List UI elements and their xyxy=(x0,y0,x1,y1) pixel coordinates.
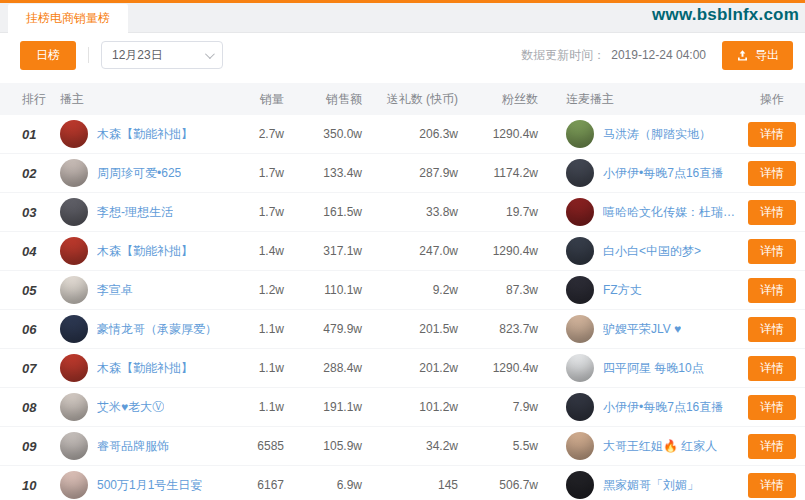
action-cell: 详情 xyxy=(739,317,805,342)
fans-cell: 506.7w xyxy=(474,478,554,492)
detail-button[interactable]: 详情 xyxy=(748,434,796,459)
detail-button[interactable]: 详情 xyxy=(748,161,796,186)
gifts-cell: 101.2w xyxy=(378,400,474,414)
gifts-cell: 287.9w xyxy=(378,166,474,180)
rank-cell: 07 xyxy=(0,361,60,376)
cohost-avatar[interactable] xyxy=(566,198,594,226)
cohost-name-link[interactable]: 小伊伊•每晚7点16直播 xyxy=(603,165,723,182)
streamer-avatar[interactable] xyxy=(60,393,88,421)
detail-button[interactable]: 详情 xyxy=(748,395,796,420)
sales-amount-cell: 110.1w xyxy=(300,283,378,297)
cohost-avatar[interactable] xyxy=(566,159,594,187)
cohost-cell: 白小白<中国的梦> xyxy=(554,237,739,265)
cohost-avatar[interactable] xyxy=(566,432,594,460)
cohost-avatar[interactable] xyxy=(566,393,594,421)
action-cell: 详情 xyxy=(739,434,805,459)
detail-button[interactable]: 详情 xyxy=(748,356,796,381)
sales-amount-cell: 288.4w xyxy=(300,361,378,375)
detail-button[interactable]: 详情 xyxy=(748,200,796,225)
detail-button[interactable]: 详情 xyxy=(748,278,796,303)
streamer-name-link[interactable]: 500万1月1号生日宴 xyxy=(97,477,202,494)
streamer-name-link[interactable]: 李宣卓 xyxy=(97,282,133,299)
rank-cell: 09 xyxy=(0,439,60,454)
rank-cell: 02 xyxy=(0,166,60,181)
streamer-cell: 李宣卓 xyxy=(60,276,235,304)
cohost-avatar[interactable] xyxy=(566,237,594,265)
cohost-avatar[interactable] xyxy=(566,315,594,343)
cohost-avatar[interactable] xyxy=(566,120,594,148)
fans-cell: 1290.4w xyxy=(474,361,554,375)
streamer-name-link[interactable]: 木森【勤能补拙】 xyxy=(97,126,193,143)
streamer-name-link[interactable]: 周周珍可爱•625 xyxy=(97,165,181,182)
streamer-avatar[interactable] xyxy=(60,120,88,148)
cohost-name-link[interactable]: 驴嫂平荣JLV ♥ xyxy=(603,321,681,338)
cohost-name-link[interactable]: FZ方丈 xyxy=(603,282,642,299)
cohost-name-link[interactable]: 马洪涛（脚踏实地） xyxy=(603,126,711,143)
table-body: 01 木森【勤能补拙】 2.7w 350.0w 206.3w 1290.4w 马… xyxy=(0,115,805,500)
streamer-name-link[interactable]: 睿哥品牌服饰 xyxy=(97,438,169,455)
export-label: 导出 xyxy=(755,47,779,64)
column-header: 销量 xyxy=(235,91,300,108)
daily-rank-button[interactable]: 日榜 xyxy=(20,41,76,70)
detail-button[interactable]: 详情 xyxy=(748,122,796,147)
fans-cell: 19.7w xyxy=(474,205,554,219)
cohost-avatar[interactable] xyxy=(566,354,594,382)
table-row: 10 500万1月1号生日宴 6167 6.9w 145 506.7w 黑家媚哥… xyxy=(0,466,805,500)
cohost-cell: 黑家媚哥「刘媚」 xyxy=(554,471,739,499)
streamer-cell: 木森【勤能补拙】 xyxy=(60,237,235,265)
cohost-name-link[interactable]: 大哥王红姐🔥 红家人 xyxy=(603,438,717,455)
table-row: 05 李宣卓 1.2w 110.1w 9.2w 87.3w FZ方丈 详情 xyxy=(0,271,805,310)
cohost-name-link[interactable]: 白小白<中国的梦> xyxy=(603,243,701,260)
page: 挂榜电商销量榜 www.bsblnfx.com 日榜 12月23日 数据更新时间… xyxy=(0,0,805,500)
table-row: 09 睿哥品牌服饰 6585 105.9w 34.2w 5.5w 大哥王红姐🔥 … xyxy=(0,427,805,466)
sales-cell: 1.1w xyxy=(235,322,300,336)
cohost-name-link[interactable]: 嘻哈哈文化传媒：杜瑞才！ xyxy=(603,204,739,221)
column-header: 送礼数 (快币) xyxy=(378,91,474,108)
table-row: 07 木森【勤能补拙】 1.1w 288.4w 201.2w 1290.4w 四… xyxy=(0,349,805,388)
gifts-cell: 145 xyxy=(378,478,474,492)
fans-cell: 87.3w xyxy=(474,283,554,297)
streamer-avatar[interactable] xyxy=(60,198,88,226)
streamer-avatar[interactable] xyxy=(60,159,88,187)
cohost-avatar[interactable] xyxy=(566,276,594,304)
streamer-name-link[interactable]: 李想-理想生活 xyxy=(97,204,173,221)
streamer-avatar[interactable] xyxy=(60,315,88,343)
export-button[interactable]: 导出 xyxy=(722,41,793,70)
update-time-value: 2019-12-24 04:00 xyxy=(611,48,706,62)
sales-amount-cell: 161.5w xyxy=(300,205,378,219)
fans-cell: 823.7w xyxy=(474,322,554,336)
cohost-name-link[interactable]: 小伊伊•每晚7点16直播 xyxy=(603,399,723,416)
sales-amount-cell: 479.9w xyxy=(300,322,378,336)
streamer-cell: 艾米♥老大Ⓥ xyxy=(60,393,235,421)
detail-button[interactable]: 详情 xyxy=(748,473,796,498)
sales-cell: 1.2w xyxy=(235,283,300,297)
streamer-avatar[interactable] xyxy=(60,432,88,460)
sales-amount-cell: 105.9w xyxy=(300,439,378,453)
detail-button[interactable]: 详情 xyxy=(748,317,796,342)
cohost-avatar[interactable] xyxy=(566,471,594,499)
streamer-avatar[interactable] xyxy=(60,237,88,265)
gifts-cell: 201.2w xyxy=(378,361,474,375)
streamer-avatar[interactable] xyxy=(60,276,88,304)
streamer-name-link[interactable]: 木森【勤能补拙】 xyxy=(97,243,193,260)
streamer-name-link[interactable]: 艾米♥老大Ⓥ xyxy=(97,399,164,416)
streamer-avatar[interactable] xyxy=(60,354,88,382)
date-select-value: 12月23日 xyxy=(112,47,163,64)
sales-amount-cell: 317.1w xyxy=(300,244,378,258)
rank-cell: 03 xyxy=(0,205,60,220)
table-row: 02 周周珍可爱•625 1.7w 133.4w 287.9w 1174.2w … xyxy=(0,154,805,193)
cohost-name-link[interactable]: 黑家媚哥「刘媚」 xyxy=(603,477,699,494)
cohost-cell: 嘻哈哈文化传媒：杜瑞才！ xyxy=(554,198,739,226)
tab-ecommerce-sales-ranking[interactable]: 挂榜电商销量榜 xyxy=(8,4,128,33)
detail-button[interactable]: 详情 xyxy=(748,239,796,264)
ranking-table: 排行播主销量销售额送礼数 (快币)粉丝数连麦播主操作 01 木森【勤能补拙】 2… xyxy=(0,77,805,500)
gifts-cell: 33.8w xyxy=(378,205,474,219)
table-row: 03 李想-理想生活 1.7w 161.5w 33.8w 19.7w 嘻哈哈文化… xyxy=(0,193,805,232)
streamer-name-link[interactable]: 豪情龙哥（承蒙厚爱） xyxy=(97,321,217,338)
streamer-name-link[interactable]: 木森【勤能补拙】 xyxy=(97,360,193,377)
gifts-cell: 206.3w xyxy=(378,127,474,141)
table-header-row: 排行播主销量销售额送礼数 (快币)粉丝数连麦播主操作 xyxy=(0,83,805,115)
cohost-name-link[interactable]: 四平阿星 每晚10点 xyxy=(603,360,704,377)
streamer-avatar[interactable] xyxy=(60,471,88,499)
date-select[interactable]: 12月23日 xyxy=(101,41,223,69)
